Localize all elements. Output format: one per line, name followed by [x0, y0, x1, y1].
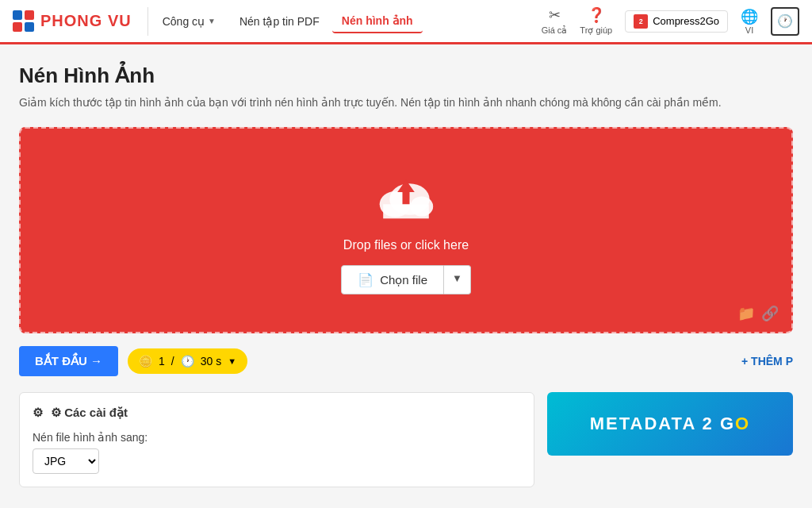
- start-button[interactable]: BẮT ĐẦU →: [19, 346, 118, 376]
- logo-sq-1: [13, 10, 22, 20]
- folder-icon[interactable]: 📁: [737, 305, 755, 322]
- compress2go-icon: 2: [634, 14, 648, 29]
- settings-panel: ⚙ ⚙ Các cài đặt Nén file hình ảnh sang: …: [19, 392, 534, 487]
- svg-rect-3: [383, 204, 429, 218]
- header: PHONG VU Công cụ ▼ Nén tập tin PDF Nén h…: [0, 0, 812, 44]
- settings-title: ⚙ ⚙ Các cài đặt: [33, 406, 521, 420]
- status-count: 1: [159, 355, 165, 368]
- choose-file-group[interactable]: 📄 Chọn file ▼: [341, 265, 471, 294]
- settings-compress-label: Nén file hình ảnh sang:: [33, 431, 521, 444]
- dropzone[interactable]: Drop files or click here 📄 Chọn file ▼ 📁…: [19, 127, 793, 333]
- logo-grid: [13, 10, 34, 32]
- gear-icon: ⚙: [33, 406, 43, 420]
- nav-compress-pdf[interactable]: Nén tập tin PDF: [230, 10, 329, 33]
- nav-compress-image[interactable]: Nén hình ảnh: [332, 10, 423, 33]
- compress2go-button[interactable]: 2 Compress2Go: [625, 10, 728, 33]
- help-button[interactable]: ❓ Trợ giúp: [580, 6, 612, 36]
- language-button[interactable]: 🌐 VI: [741, 8, 758, 35]
- chevron-down-icon: ▼: [208, 17, 216, 25]
- logo-sq-3: [13, 22, 22, 32]
- settings-row: JPG PNG WEBP: [33, 448, 521, 474]
- drop-text: Drop files or click here: [343, 238, 469, 252]
- add-format-button[interactable]: + THÊM P: [741, 355, 793, 368]
- choose-file-button[interactable]: 📄 Chọn file: [341, 265, 444, 294]
- clock-icon: 🕐: [181, 355, 194, 368]
- page-title: Nén Hình Ảnh: [19, 64, 793, 88]
- right-area: METADATA 2 GO: [547, 392, 793, 487]
- header-right: ✂ Giá cả ❓ Trợ giúp 2 Compress2Go 🌐 VI 🕐: [542, 6, 799, 36]
- coin-icon: 🪙: [139, 355, 152, 368]
- link-icon[interactable]: 🔗: [761, 305, 779, 322]
- price-button[interactable]: ✂ Giá cả: [542, 6, 568, 36]
- action-bar: BẮT ĐẦU → 🪙 1 / 🕐 30 s ▼ + THÊM P: [19, 346, 793, 376]
- logo-area[interactable]: PHONG VU: [13, 10, 132, 32]
- price-icon: ✂: [549, 6, 561, 24]
- metadata-banner[interactable]: METADATA 2 GO: [547, 392, 793, 456]
- page-description: Giảm kích thước tập tin hình ảnh của bạn…: [19, 94, 793, 111]
- logo-sq-2: [25, 10, 34, 20]
- status-pill[interactable]: 🪙 1 / 🕐 30 s ▼: [128, 348, 247, 374]
- nav-divider: [147, 7, 148, 36]
- history-icon: 🕐: [777, 13, 793, 29]
- file-icon: 📄: [358, 272, 373, 287]
- history-button[interactable]: 🕐: [771, 7, 799, 36]
- choose-file-dropdown-arrow[interactable]: ▼: [444, 265, 471, 294]
- chevron-down-icon: ▼: [452, 272, 462, 284]
- metadata-text: METADATA 2 GO: [590, 414, 750, 434]
- nav-tools-dropdown[interactable]: Công cụ ▼: [155, 10, 224, 33]
- nav-links: Nén tập tin PDF Nén hình ảnh: [230, 10, 423, 33]
- main-content: Nén Hình Ảnh Giảm kích thước tập tin hìn…: [0, 44, 812, 500]
- upload-cloud-icon: [370, 166, 442, 229]
- format-select[interactable]: JPG PNG WEBP: [33, 448, 99, 474]
- logo-sq-4: [25, 22, 34, 32]
- dropzone-footer-icons: 📁 🔗: [737, 305, 779, 322]
- help-icon: ❓: [588, 6, 605, 24]
- content-area: ⚙ ⚙ Các cài đặt Nén file hình ảnh sang: …: [19, 392, 793, 487]
- status-time: 30 s: [201, 355, 221, 368]
- logo-text: PHONG VU: [40, 12, 132, 30]
- globe-icon: 🌐: [741, 8, 758, 25]
- chevron-down-icon: ▼: [228, 356, 236, 366]
